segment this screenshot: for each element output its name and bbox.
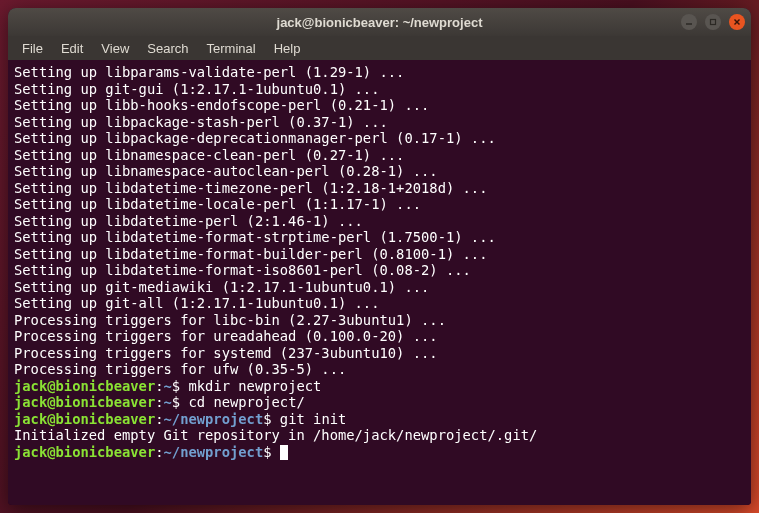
terminal-line: Processing triggers for libc-bin (2.27-3… — [14, 312, 745, 329]
terminal-body[interactable]: Setting up libparams-validate-perl (1.29… — [8, 60, 751, 505]
terminal-line: Initialized empty Git repository in /hom… — [14, 427, 745, 444]
terminal-line: Processing triggers for systemd (237-3ub… — [14, 345, 745, 362]
prompt-path: ~ — [164, 378, 172, 394]
prompt-path: ~/newproject — [164, 444, 264, 460]
terminal-line: jack@bionicbeaver:~$ mkdir newproject — [14, 378, 745, 395]
menu-edit[interactable]: Edit — [53, 39, 91, 58]
terminal-line: Setting up libdatetime-timezone-perl (1:… — [14, 180, 745, 197]
prompt-user: jack@bionicbeaver — [14, 411, 155, 427]
prompt-colon: : — [155, 444, 163, 460]
terminal-line: jack@bionicbeaver:~$ cd newproject/ — [14, 394, 745, 411]
prompt-symbol: $ — [263, 411, 280, 427]
terminal-line: Setting up libnamespace-autoclean-perl (… — [14, 163, 745, 180]
terminal-line: Setting up libparams-validate-perl (1.29… — [14, 64, 745, 81]
terminal-line: Setting up libnamespace-clean-perl (0.27… — [14, 147, 745, 164]
menu-view[interactable]: View — [93, 39, 137, 58]
terminal-line: Processing triggers for ureadahead (0.10… — [14, 328, 745, 345]
window-title: jack@bionicbeaver: ~/newproject — [277, 15, 483, 30]
terminal-line: Setting up libdatetime-format-builder-pe… — [14, 246, 745, 263]
maximize-button[interactable] — [705, 14, 721, 30]
minimize-icon — [685, 18, 693, 26]
terminal-line: Setting up libdatetime-perl (2:1.46-1) .… — [14, 213, 745, 230]
minimize-button[interactable] — [681, 14, 697, 30]
prompt-path: ~ — [164, 394, 172, 410]
prompt-user: jack@bionicbeaver — [14, 444, 155, 460]
prompt-user: jack@bionicbeaver — [14, 378, 155, 394]
terminal-window: jack@bionicbeaver: ~/newproject File Edi… — [8, 8, 751, 505]
prompt-command: mkdir newproject — [188, 378, 321, 394]
terminal-line: Setting up libdatetime-locale-perl (1:1.… — [14, 196, 745, 213]
close-button[interactable] — [729, 14, 745, 30]
prompt-command: cd newproject/ — [188, 394, 304, 410]
window-controls — [681, 14, 745, 30]
terminal-line: Setting up git-gui (1:2.17.1-1ubuntu0.1)… — [14, 81, 745, 98]
terminal-line: Setting up libdatetime-format-iso8601-pe… — [14, 262, 745, 279]
menu-terminal[interactable]: Terminal — [199, 39, 264, 58]
prompt-colon: : — [155, 378, 163, 394]
terminal-line: Setting up libdatetime-format-strptime-p… — [14, 229, 745, 246]
terminal-line: jack@bionicbeaver:~/newproject$ git init — [14, 411, 745, 428]
close-icon — [733, 18, 741, 26]
prompt-colon: : — [155, 411, 163, 427]
terminal-line: Setting up git-all (1:2.17.1-1ubuntu0.1)… — [14, 295, 745, 312]
prompt-user: jack@bionicbeaver — [14, 394, 155, 410]
terminal-line: Setting up git-mediawiki (1:2.17.1-1ubun… — [14, 279, 745, 296]
prompt-symbol: $ — [172, 378, 189, 394]
terminal-line: Setting up libb-hooks-endofscope-perl (0… — [14, 97, 745, 114]
prompt-command: git init — [280, 411, 346, 427]
titlebar: jack@bionicbeaver: ~/newproject — [8, 8, 751, 36]
menu-search[interactable]: Search — [139, 39, 196, 58]
terminal-line: Setting up libpackage-stash-perl (0.37-1… — [14, 114, 745, 131]
prompt-path: ~/newproject — [164, 411, 264, 427]
prompt-symbol: $ — [263, 444, 280, 460]
terminal-line: Setting up libpackage-deprecationmanager… — [14, 130, 745, 147]
maximize-icon — [709, 18, 717, 26]
prompt-symbol: $ — [172, 394, 189, 410]
prompt-colon: : — [155, 394, 163, 410]
terminal-line: jack@bionicbeaver:~/newproject$ — [14, 444, 745, 461]
menu-file[interactable]: File — [14, 39, 51, 58]
menubar: File Edit View Search Terminal Help — [8, 36, 751, 60]
terminal-line: Processing triggers for ufw (0.35-5) ... — [14, 361, 745, 378]
menu-help[interactable]: Help — [266, 39, 309, 58]
svg-rect-1 — [711, 20, 716, 25]
cursor — [280, 445, 288, 460]
